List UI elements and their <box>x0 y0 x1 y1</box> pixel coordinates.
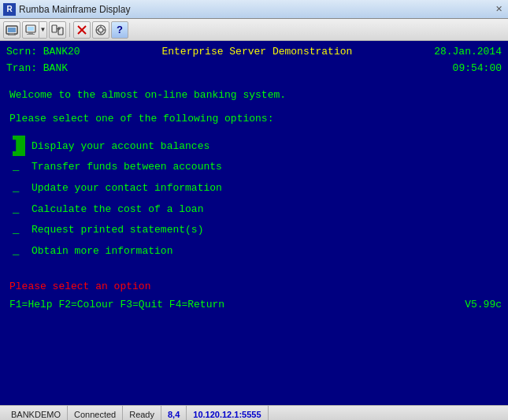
menu-item-2[interactable]: _Update your contact information <box>6 177 502 199</box>
menu-cursor-4: _ <box>13 219 25 240</box>
session-name: BANKDEMO <box>11 410 61 419</box>
menu-label-3: Calculate the cost of a loan <box>32 200 203 220</box>
macro-button[interactable] <box>92 21 109 39</box>
toolbar-separator-1 <box>69 23 70 37</box>
terminal-title: Enterprise Server Demonstration <box>161 44 352 61</box>
help-button[interactable]: ? <box>111 21 128 39</box>
scrn-value: BANK20 <box>43 46 80 58</box>
toolbar: ▼ ? <box>0 19 508 41</box>
time-value: 09:54:00 <box>453 61 502 77</box>
svg-rect-3 <box>8 35 16 35</box>
menu-item-4[interactable]: _Request printed statement(s) <box>6 219 502 240</box>
date-value: 28.Jan.2014 <box>434 44 502 61</box>
session-button[interactable] <box>22 21 39 39</box>
connect-button[interactable] <box>3 21 20 39</box>
error-message: Please select an option <box>6 277 502 295</box>
title-bar: R Rumba Mainframe Display ✕ <box>0 0 508 19</box>
menu-item-3[interactable]: _Calculate the cost of a loan <box>6 199 502 220</box>
tran-value: BANK <box>43 62 68 74</box>
menu-label-2: Update your contact information <box>32 179 222 199</box>
menu-label-5: Obtain more information <box>32 242 172 262</box>
status-bar: BANKDEMO Connected Ready 8,4 10.120.12.1… <box>0 405 508 420</box>
server-address: 10.120.12.1:5555 <box>187 406 268 420</box>
svg-rect-7 <box>27 34 35 35</box>
menu-item-1[interactable]: _Transfer funds between accounts <box>6 156 502 177</box>
ready-status: Ready <box>123 406 161 420</box>
svg-rect-6 <box>28 32 33 34</box>
svg-rect-5 <box>28 27 34 31</box>
session-status: BANKDEMO <box>5 406 68 420</box>
close-icon[interactable]: ✕ <box>493 4 505 14</box>
app-icon: R <box>3 3 16 16</box>
scrn-label: Scrn: BANK20 <box>6 44 80 61</box>
menu-items: ▌Display your account balances_Transfer … <box>6 136 502 262</box>
help-line: F1=Help F2=Colour F3=Quit F4=Return <box>9 295 224 314</box>
menu-label-0: Display your account balances <box>32 137 210 157</box>
menu-label-4: Request printed statement(s) <box>32 221 203 240</box>
session-dropdown[interactable]: ▼ <box>22 21 47 39</box>
terminal-area: Scrn: BANK20 Enterprise Server Demonstra… <box>0 41 508 405</box>
tran-label: Tran: BANK <box>6 61 68 77</box>
session-dropdown-arrow[interactable]: ▼ <box>39 21 47 39</box>
connection-status: Connected <box>68 406 123 420</box>
disconnect-button[interactable] <box>73 21 91 39</box>
svg-rect-8 <box>52 25 57 32</box>
version-label: V5.99c <box>465 295 502 314</box>
transfer-button[interactable] <box>49 21 66 39</box>
connected-label: Connected <box>74 410 116 419</box>
position-value: 8,4 <box>168 410 180 419</box>
menu-cursor-3: _ <box>13 199 25 220</box>
menu-cursor-5: _ <box>13 240 25 262</box>
cursor-position: 8,4 <box>161 406 187 420</box>
menu-cursor-0: ▌ <box>13 136 25 157</box>
svg-point-13 <box>98 28 103 32</box>
server-value: 10.120.12.1:5555 <box>193 410 261 419</box>
menu-item-0[interactable]: ▌Display your account balances <box>6 136 502 157</box>
menu-item-5[interactable]: _Obtain more information <box>6 240 502 262</box>
welcome-text: Welcome to the almost on-line banking sy… <box>6 85 502 106</box>
window-title: Rumba Mainframe Display <box>19 4 493 15</box>
svg-rect-1 <box>8 28 16 32</box>
menu-label-1: Transfer funds between accounts <box>32 158 222 177</box>
ready-label: Ready <box>129 410 154 419</box>
menu-cursor-2: _ <box>13 177 25 199</box>
menu-cursor-1: _ <box>13 156 25 177</box>
select-prompt: Please select one of the following optio… <box>6 109 502 129</box>
svg-rect-2 <box>9 33 14 35</box>
